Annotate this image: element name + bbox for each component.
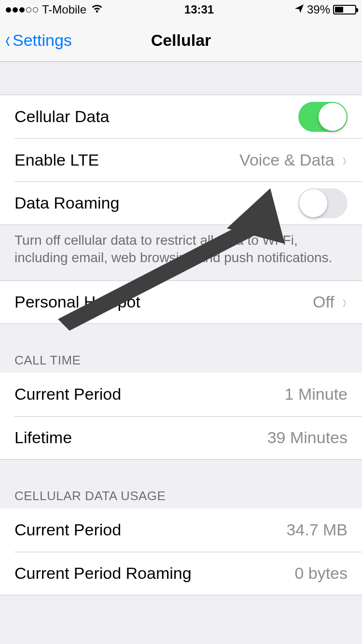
hotspot-group: Personal Hotspot Off ›: [0, 280, 362, 324]
chevron-right-icon: ›: [342, 291, 346, 313]
back-label: Settings: [13, 31, 72, 50]
data-roaming-toggle[interactable]: [298, 188, 348, 218]
enable-lte-row[interactable]: Enable LTE Voice & Data ›: [0, 138, 362, 182]
wifi-icon: [90, 3, 104, 16]
cellular-data-label: Cellular Data: [14, 107, 298, 126]
data-usage-current-row: Current Period 34.7 MB: [0, 508, 362, 552]
call-time-lifetime-label: Lifetime: [14, 428, 267, 447]
status-bar: T-Mobile 13:31 39%: [0, 0, 362, 19]
call-time-lifetime-row: Lifetime 39 Minutes: [0, 416, 362, 460]
cellular-settings-footer: Turn off cellular data to restrict all d…: [0, 225, 362, 267]
call-time-header: Call Time: [0, 353, 362, 373]
data-usage-roaming-label: Current Period Roaming: [14, 564, 294, 583]
enable-lte-label: Enable LTE: [14, 151, 239, 169]
status-left: T-Mobile: [6, 3, 104, 16]
personal-hotspot-row[interactable]: Personal Hotspot Off ›: [0, 280, 362, 324]
chevron-right-icon: ›: [342, 149, 346, 171]
data-usage-roaming-value: 0 bytes: [294, 564, 348, 583]
call-time-group: Call Time Current Period 1 Minute Lifeti…: [0, 353, 362, 460]
call-time-current-label: Current Period: [14, 385, 285, 404]
back-button[interactable]: ‹ Settings: [4, 29, 72, 52]
battery-percent: 39%: [307, 3, 330, 16]
call-time-current-row: Current Period 1 Minute: [0, 373, 362, 416]
cellular-data-row[interactable]: Cellular Data: [0, 95, 362, 138]
location-icon: [294, 3, 304, 16]
chevron-left-icon: ‹: [5, 28, 10, 51]
personal-hotspot-label: Personal Hotspot: [14, 293, 313, 311]
data-usage-current-value: 34.7 MB: [286, 520, 348, 539]
call-time-lifetime-value: 39 Minutes: [267, 428, 348, 447]
data-roaming-label: Data Roaming: [14, 194, 298, 212]
status-right: 39%: [294, 3, 356, 16]
cellular-data-toggle[interactable]: [298, 102, 348, 132]
data-usage-current-label: Current Period: [14, 520, 286, 539]
battery-icon: [333, 5, 356, 14]
signal-strength-icon: [6, 7, 38, 13]
data-usage-roaming-row: Current Period Roaming 0 bytes: [0, 552, 362, 595]
data-usage-group: Cellular Data Usage Current Period 34.7 …: [0, 489, 362, 595]
cellular-settings-group: Cellular Data Enable LTE Voice & Data › …: [0, 95, 362, 225]
call-time-current-value: 1 Minute: [285, 385, 348, 404]
nav-bar: ‹ Settings Cellular: [0, 19, 362, 62]
data-usage-header: Cellular Data Usage: [0, 489, 362, 508]
status-time: 13:31: [184, 3, 214, 16]
enable-lte-value: Voice & Data: [239, 151, 334, 169]
data-roaming-row[interactable]: Data Roaming: [0, 182, 362, 225]
personal-hotspot-value: Off: [313, 293, 334, 311]
carrier-label: T-Mobile: [42, 3, 86, 16]
